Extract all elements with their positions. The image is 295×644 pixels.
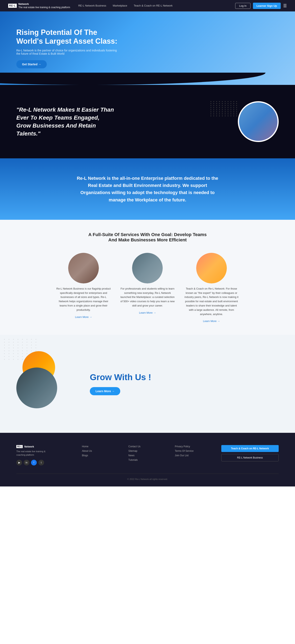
footer-logo-badge: RE-L <box>16 445 23 448</box>
footer-tagline: The real estate live training & coaching… <box>16 450 49 456</box>
nav-links: RE-L Network Business Marketplace Teach … <box>78 4 172 7</box>
social-linkedin-icon[interactable]: in <box>24 460 29 466</box>
footer-col-2: Contact Us Sitemap News Tutorials <box>128 445 167 466</box>
service-desc-business: Re-L Network Business is our flagship pr… <box>56 287 111 312</box>
social-icons: ▶ in f t <box>16 460 74 466</box>
logo[interactable]: RE-L Network The real estate live traini… <box>8 2 70 9</box>
social-youtube-icon[interactable]: ▶ <box>16 460 22 466</box>
service-card-marketplace: For professionals and students willing t… <box>120 253 175 323</box>
service-card-business: Re-L Network Business is our flagship pr… <box>56 253 111 323</box>
service-link-business[interactable]: Learn More <box>75 316 92 318</box>
grow-content: Grow With Us ! Learn More <box>90 372 279 395</box>
quote-image <box>238 101 279 142</box>
logo-badge: RE-L <box>8 4 17 8</box>
logo-text: Network The real estate live training & … <box>18 2 70 9</box>
footer-top: RE-L Network The real estate live traini… <box>16 445 279 466</box>
hero-content: Rising Potential Of The World's Largest … <box>16 28 118 68</box>
service-link-teach[interactable]: Learn More <box>203 320 220 322</box>
quote-section: document.currentScript.insertAdjacentHTM… <box>0 85 295 158</box>
footer-logo-title: Network <box>24 445 34 448</box>
footer-link-home[interactable]: Home <box>82 445 120 448</box>
grow-images <box>16 351 78 416</box>
nav-link-teach[interactable]: Teach & Coach on RE-L Network <box>134 4 172 7</box>
footer-col-1: Home About Us Blogs <box>82 445 120 466</box>
footer-bottom: © 2022 Re-L Network all rights reserved. <box>16 474 279 480</box>
social-facebook-icon[interactable]: f <box>31 460 37 466</box>
get-started-button[interactable]: Get Started <box>16 60 47 68</box>
footer-link-join[interactable]: Join Our List <box>175 454 213 457</box>
footer-link-about[interactable]: About Us <box>82 450 120 452</box>
footer-link-blogs[interactable]: Blogs <box>82 454 120 457</box>
logo-tagline: The real estate live training & coaching… <box>18 6 70 9</box>
navbar-left: RE-L Network The real estate live traini… <box>8 2 172 9</box>
hero-title: Rising Potential Of The World's Largest … <box>16 28 118 46</box>
service-desc-marketplace: For professionals and students willing t… <box>120 287 175 308</box>
signup-button[interactable]: Learner Sign Up <box>253 3 281 9</box>
service-card-teach: Teach & Coach on Re-L Network: For those… <box>184 253 239 323</box>
grow-learn-more-button[interactable]: Learn More <box>90 387 120 395</box>
footer-link-news[interactable]: News <box>128 454 167 457</box>
grow-image-2 <box>16 368 57 408</box>
service-img-3 <box>196 253 227 284</box>
services-title: A Full-Suite Of Services With One Goal: … <box>86 232 209 242</box>
footer-buttons: Teach & Coach on RE-L Network RE-L Netwo… <box>221 445 279 461</box>
footer-business-button[interactable]: RE-L Network Business <box>221 454 279 461</box>
copyright-text: © 2022 Re-L Network all rights reserved. <box>127 478 168 480</box>
footer-link-privacy[interactable]: Privacy Policy <box>175 445 213 448</box>
footer-col-3: Privacy Policy Terms Of Service Join Our… <box>175 445 213 466</box>
services-section: A Full-Suite Of Services With One Goal: … <box>0 220 295 335</box>
footer-logo-col: RE-L Network The real estate live traini… <box>16 445 74 466</box>
footer-col-cta: Teach & Coach on RE-L Network RE-L Netwo… <box>221 445 279 466</box>
footer-teach-button[interactable]: Teach & Coach on RE-L Network <box>221 445 279 452</box>
hero-section: Rising Potential Of The World's Largest … <box>0 12 295 85</box>
footer-link-sitemap[interactable]: Sitemap <box>128 450 167 452</box>
service-img-1 <box>68 253 99 284</box>
footer-link-contact[interactable]: Contact Us <box>128 445 167 448</box>
service-desc-teach: Teach & Coach on Re-L Network: For those… <box>184 287 239 316</box>
dots-decoration: document.currentScript.insertAdjacentHTM… <box>210 101 238 116</box>
grow-title: Grow With Us ! <box>90 372 279 382</box>
service-image-marketplace <box>132 253 163 284</box>
service-image-teach <box>196 253 227 284</box>
login-button[interactable]: Log In <box>235 3 250 9</box>
quote-text: "Re-L Network Makes It Easier Than Ever … <box>16 106 114 138</box>
footer-link-tutorials[interactable]: Tutorials <box>128 458 167 461</box>
platform-text: Re-L Network is the all-in-one Enterpris… <box>76 175 219 204</box>
hamburger-icon[interactable]: ☰ <box>283 3 287 8</box>
service-img-2 <box>132 253 163 284</box>
footer: RE-L Network The real estate live traini… <box>0 433 295 486</box>
platform-section: Re-L Network is the all-in-one Enterpris… <box>0 158 295 220</box>
navbar-right: Log In Learner Sign Up ☰ <box>235 3 287 9</box>
nav-link-business[interactable]: RE-L Network Business <box>78 4 106 7</box>
footer-link-terms[interactable]: Terms Of Service <box>175 450 213 452</box>
service-link-marketplace[interactable]: Learn More <box>139 311 156 314</box>
grow-section: document.currentScript.insertAdjacentHTM… <box>0 335 295 433</box>
navbar: RE-L Network The real estate live traini… <box>0 0 295 12</box>
hero-description: Re-L Network is the partner of choice fo… <box>16 49 118 55</box>
quote-image-inner <box>239 102 277 141</box>
services-grid: Re-L Network Business is our flagship pr… <box>56 253 239 323</box>
service-image-business <box>68 253 99 284</box>
footer-logo-box: RE-L Network <box>16 445 74 448</box>
logo-title: Network <box>18 2 70 6</box>
social-twitter-icon[interactable]: t <box>38 460 44 466</box>
nav-link-marketplace[interactable]: Marketplace <box>113 4 127 7</box>
